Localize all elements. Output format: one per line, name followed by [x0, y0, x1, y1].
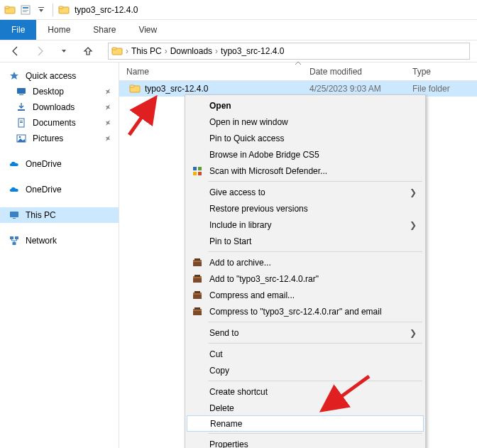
svg-rect-6: [38, 7, 44, 8]
context-menu: Open Open in new window Pin to Quick acc…: [185, 94, 426, 448]
up-button[interactable]: [80, 43, 97, 60]
nav-label: This PC: [26, 210, 56, 220]
network-icon: [9, 235, 20, 246]
nav-label: Desktop: [33, 87, 64, 97]
menu-item-properties[interactable]: Properties: [187, 436, 424, 448]
navigation-pane: Quick access Desktop Downloads Documents…: [0, 62, 119, 448]
nav-label: OneDrive: [26, 159, 62, 169]
menu-separator: [208, 322, 422, 322]
menu-item-compress-email[interactable]: Compress and email...: [187, 287, 424, 303]
back-button[interactable]: [7, 43, 24, 60]
sidebar-item-this-pc[interactable]: This PC: [0, 207, 119, 223]
svg-rect-21: [10, 236, 13, 239]
onedrive-icon: [9, 158, 20, 170]
menu-item-pin-quick-access[interactable]: Pin to Quick access: [187, 130, 424, 146]
onedrive-icon: [9, 184, 20, 195]
breadcrumb-segment[interactable]: Downloads: [170, 46, 212, 56]
svg-rect-26: [193, 167, 197, 170]
menu-item-pin-start[interactable]: Pin to Start: [187, 233, 424, 249]
svg-rect-8: [59, 6, 63, 9]
winrar-icon: [191, 273, 204, 285]
nav-label: Network: [26, 236, 57, 246]
recent-dropdown[interactable]: [55, 43, 72, 60]
winrar-icon: [191, 289, 204, 302]
sidebar-item-onedrive[interactable]: OneDrive: [0, 182, 119, 197]
defender-icon: [191, 165, 204, 177]
column-headers: Name Date modified Type: [119, 62, 477, 81]
documents-icon: [16, 117, 27, 129]
svg-rect-4: [23, 10, 28, 11]
menu-item-delete[interactable]: Delete: [187, 400, 424, 416]
svg-rect-27: [198, 167, 202, 170]
menu-item-copy[interactable]: Copy: [187, 362, 424, 378]
svg-rect-35: [194, 275, 200, 277]
menu-separator: [208, 181, 422, 182]
menu-item-open-new-window[interactable]: Open in new window: [187, 114, 424, 130]
menu-separator: [208, 251, 422, 252]
menu-item-add-rar[interactable]: Add to "typo3_src-12.4.0.rar": [187, 271, 424, 287]
qat-properties-icon[interactable]: [18, 3, 33, 17]
svg-rect-16: [20, 122, 23, 123]
menu-item-open[interactable]: Open: [187, 97, 424, 114]
address-bar[interactable]: › This PC › Downloads › typo3_src-12.4.0: [108, 43, 470, 60]
nav-label: OneDrive: [26, 185, 62, 195]
sidebar-item-network[interactable]: Network: [0, 233, 119, 248]
file-name: typo3_src-12.4.0: [145, 84, 208, 94]
quick-access-header[interactable]: Quick access: [0, 68, 119, 84]
menu-item-scan-defender[interactable]: Scan with Microsoft Defender...: [187, 163, 424, 179]
title-bar: typo3_src-12.4.0: [0, 0, 477, 20]
svg-rect-23: [13, 242, 16, 245]
menu-item-rename[interactable]: Rename: [187, 415, 424, 432]
sidebar-item-documents[interactable]: Documents: [0, 115, 119, 131]
submenu-arrow-icon: ❯: [410, 187, 417, 197]
pin-icon: [104, 88, 111, 95]
menu-item-give-access[interactable]: Give access to❯: [187, 184, 424, 200]
view-tab[interactable]: View: [127, 20, 168, 40]
window-folder-icon: [57, 4, 70, 16]
file-tab[interactable]: File: [0, 20, 36, 40]
forward-button[interactable]: [31, 43, 48, 60]
cell-name: typo3_src-12.4.0: [119, 83, 302, 94]
svg-rect-15: [20, 121, 23, 121]
pin-icon: [104, 135, 111, 142]
breadcrumb-segment[interactable]: This PC: [131, 46, 162, 56]
menu-item-browse-bridge[interactable]: Browse in Adobe Bridge CS5: [187, 146, 424, 163]
svg-rect-32: [194, 258, 200, 261]
sidebar-item-pictures[interactable]: Pictures: [0, 131, 119, 146]
svg-rect-29: [198, 172, 202, 175]
column-header-name[interactable]: Name: [119, 62, 302, 80]
window-title: typo3_src-12.4.0: [75, 5, 138, 15]
svg-rect-22: [15, 236, 18, 239]
menu-item-cut[interactable]: Cut: [187, 346, 424, 362]
menu-item-send-to[interactable]: Send to❯: [187, 324, 424, 341]
nav-label: Quick access: [26, 71, 76, 81]
qat-dropdown-icon[interactable]: [34, 3, 48, 17]
sidebar-item-desktop[interactable]: Desktop: [0, 84, 119, 99]
sidebar-item-downloads[interactable]: Downloads: [0, 99, 119, 115]
menu-item-restore-previous[interactable]: Restore previous versions: [187, 200, 424, 217]
menu-separator: [208, 381, 422, 381]
column-label: Date modified: [309, 67, 362, 77]
home-tab[interactable]: Home: [36, 20, 82, 40]
nav-label: Pictures: [33, 133, 63, 143]
svg-rect-19: [10, 212, 18, 217]
winrar-icon: [191, 256, 204, 269]
share-tab[interactable]: Share: [82, 20, 127, 40]
menu-item-include-library[interactable]: Include in library❯: [187, 217, 424, 233]
sidebar-item-onedrive[interactable]: OneDrive: [0, 156, 119, 172]
menu-separator: [208, 343, 422, 344]
sort-indicator-icon: [119, 61, 477, 65]
chevron-right-icon[interactable]: ›: [165, 46, 168, 56]
this-pc-icon: [9, 209, 20, 221]
menu-item-create-shortcut[interactable]: Create shortcut: [187, 383, 424, 400]
submenu-arrow-icon: ❯: [410, 328, 417, 338]
breadcrumb-segment[interactable]: typo3_src-12.4.0: [221, 46, 284, 56]
chevron-right-icon[interactable]: ›: [126, 46, 128, 56]
svg-rect-13: [18, 109, 25, 111]
column-label: Name: [126, 67, 149, 77]
svg-point-18: [19, 136, 21, 138]
menu-item-add-archive[interactable]: Add to archive...: [187, 254, 424, 271]
ribbon-tabs: File Home Share View: [0, 20, 477, 40]
chevron-right-icon[interactable]: ›: [215, 46, 218, 56]
menu-item-compress-rar-email[interactable]: Compress to "typo3_src-12.4.0.rar" and e…: [187, 303, 424, 319]
